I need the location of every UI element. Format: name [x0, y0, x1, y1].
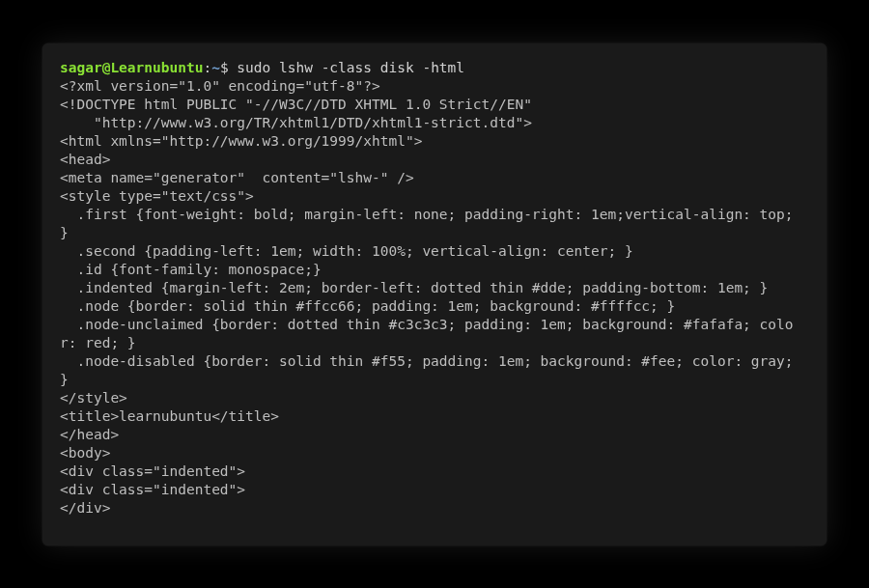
output-line: <html xmlns="http://www.w3.org/1999/xhtm…: [60, 133, 422, 149]
terminal-content: sagar@Learnubuntu:~$ sudo lshw -class di…: [60, 59, 809, 518]
output-line: <meta name="generator" content="lshw-" /…: [60, 170, 414, 185]
prompt-path: ~: [211, 60, 220, 75]
output-line: <!DOCTYPE html PUBLIC "-//W3C//DTD XHTML…: [60, 97, 532, 112]
output-line: .node-disabled {border: solid thin #f55;…: [60, 353, 801, 387]
output-line: .id {font-family: monospace;}: [60, 262, 322, 277]
output-line: .first {font-weight: bold; margin-left: …: [60, 207, 801, 240]
output-line: </div>: [60, 500, 110, 516]
output-line: .node {border: solid thin #ffcc66; paddi…: [60, 298, 675, 314]
output-line: <div class="indented">: [60, 463, 245, 479]
output-line: <title>learnubuntu</title>: [60, 408, 279, 424]
prompt-user-host: sagar@Learnubuntu: [60, 60, 203, 75]
terminal-window[interactable]: sagar@Learnubuntu:~$ sudo lshw -class di…: [42, 43, 827, 546]
output-line: .node-unclaimed {border: dotted thin #c3…: [60, 317, 794, 350]
output-line: </style>: [60, 390, 127, 406]
output-line: .indented {margin-left: 2em; border-left…: [60, 280, 768, 295]
output-line: "http://www.w3.org/TR/xhtml1/DTD/xhtml1-…: [60, 115, 532, 130]
output-line: <body>: [60, 445, 110, 461]
output-line: <head>: [60, 152, 110, 167]
output-line: .second {padding-left: 1em; width: 100%;…: [60, 243, 633, 259]
prompt-symbol: $: [220, 60, 237, 75]
prompt-separator: :: [203, 60, 211, 75]
output-line: <div class="indented">: [60, 482, 245, 497]
output-line: <style type="text/css">: [60, 188, 254, 204]
command-text: sudo lshw -class disk -html: [237, 60, 464, 75]
output-line: <?xml version="1.0" encoding="utf-8"?>: [60, 78, 380, 94]
output-line: </head>: [60, 427, 119, 442]
